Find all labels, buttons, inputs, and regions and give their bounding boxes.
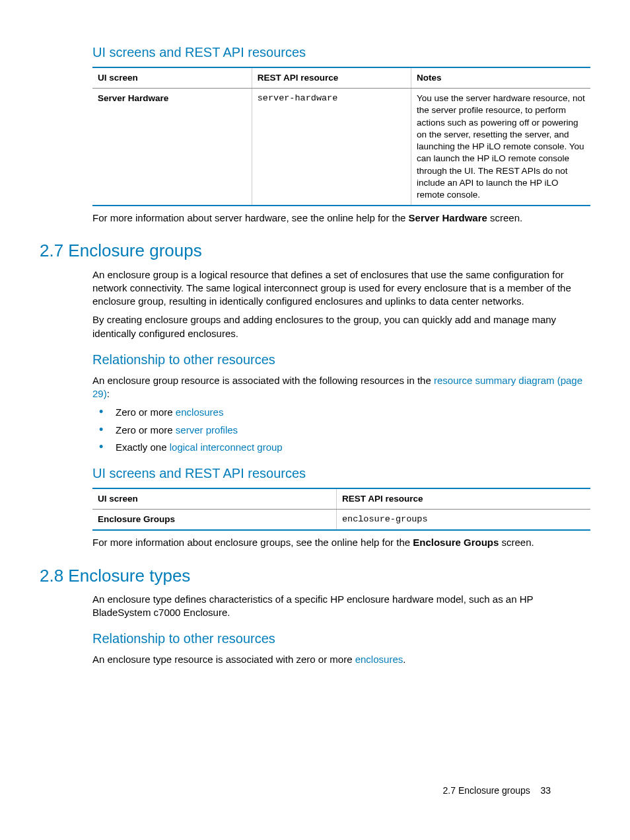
list-item: Zero or more server profiles bbox=[92, 424, 590, 437]
subsection-heading-ui-rest-a: UI screens and REST API resources bbox=[92, 44, 590, 61]
th-ui-screen: UI screen bbox=[92, 488, 336, 510]
td-ui-screen: Server Hardware bbox=[92, 89, 252, 206]
th-rest-api: REST API resource bbox=[336, 488, 590, 510]
bullet-list-27: Zero or more enclosures Zero or more ser… bbox=[92, 406, 590, 454]
link-logical-interconnect-group[interactable]: logical interconnect group bbox=[170, 441, 283, 453]
para-27-2: By creating enclosure groups and adding … bbox=[92, 313, 590, 340]
heading-28-enclosure-types: 2.8 Enclosure types bbox=[40, 564, 590, 588]
link-server-profiles[interactable]: server profiles bbox=[176, 424, 238, 436]
page-footer: 2.7 Enclosure groups 33 bbox=[443, 784, 551, 797]
subsection-heading-27-ui: UI screens and REST API resources bbox=[92, 465, 590, 482]
link-enclosures-28[interactable]: enclosures bbox=[355, 654, 403, 665]
list-item: Zero or more enclosures bbox=[92, 406, 590, 419]
para-28-rel: An enclosure type resource is associated… bbox=[92, 653, 590, 666]
subsection-heading-27-rel: Relationship to other resources bbox=[92, 351, 590, 369]
td-notes: You use the server hardware resource, no… bbox=[411, 89, 590, 206]
heading-27-enclosure-groups: 2.7 Enclosure groups bbox=[40, 239, 590, 262]
para-27-1: An enclosure group is a logical resource… bbox=[92, 268, 590, 309]
link-enclosures[interactable]: enclosures bbox=[176, 406, 224, 418]
table-enclosure-groups: UI screen REST API resource Enclosure Gr… bbox=[92, 488, 590, 531]
th-rest-api: REST API resource bbox=[252, 67, 411, 89]
para-27-info: For more information about enclosure gro… bbox=[92, 536, 590, 549]
th-notes: Notes bbox=[411, 67, 590, 89]
td-rest-api: enclosure-groups bbox=[336, 510, 590, 531]
th-ui-screen: UI screen bbox=[92, 67, 252, 89]
table-server-hardware: UI screen REST API resource Notes Server… bbox=[92, 67, 590, 206]
para-28-1: An enclosure type defines characteristic… bbox=[92, 593, 590, 620]
td-ui-screen: Enclosure Groups bbox=[92, 510, 336, 531]
td-rest-api: server-hardware bbox=[252, 89, 411, 206]
list-item: Exactly one logical interconnect group bbox=[92, 441, 590, 454]
para-27-rel: An enclosure group resource is associate… bbox=[92, 374, 590, 401]
subsection-heading-28-rel: Relationship to other resources bbox=[92, 630, 590, 648]
para-server-hw-info: For more information about server hardwa… bbox=[92, 211, 590, 225]
